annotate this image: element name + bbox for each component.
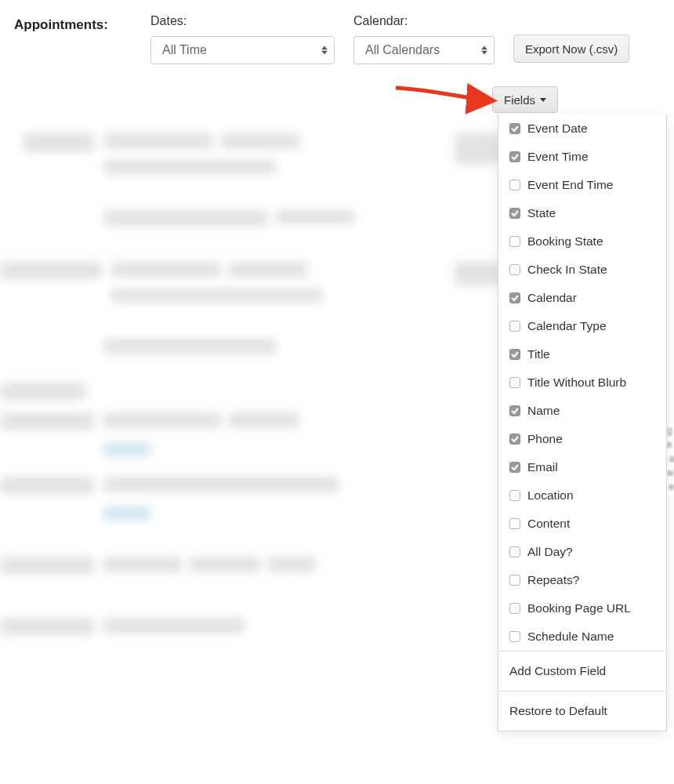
checkbox-icon: [509, 264, 520, 275]
field-option-label: Calendar Type: [527, 319, 607, 333]
field-option-label: Booking State: [527, 234, 603, 249]
caret-down-icon: [540, 98, 546, 102]
export-header: Appointments: Dates: All Time Calendar: …: [0, 0, 674, 64]
field-option[interactable]: State: [498, 199, 666, 227]
checkbox-icon: [509, 151, 520, 162]
checkbox-icon: [509, 490, 520, 501]
checkbox-icon: [509, 236, 520, 247]
checkbox-icon: [509, 462, 520, 473]
red-arrow-annotation: [392, 82, 498, 116]
calendar-control: Calendar: All Calendars: [353, 14, 495, 64]
field-option[interactable]: Event Date: [498, 114, 666, 143]
checkbox-icon: [509, 631, 520, 642]
dates-label: Dates:: [150, 14, 335, 28]
field-option-label: Calendar: [527, 291, 577, 305]
checkbox-icon: [509, 292, 520, 303]
export-control: Export Now (.csv): [513, 14, 629, 63]
field-option-label: Event Time: [527, 150, 589, 164]
calendar-select[interactable]: All Calendars: [353, 36, 495, 64]
field-option-label: Event End Time: [527, 178, 613, 192]
checkbox-icon: [509, 603, 520, 614]
export-button-label: Export Now (.csv): [525, 42, 618, 56]
updown-icon: [321, 46, 328, 55]
section-label: Appointments:: [14, 14, 132, 33]
field-option[interactable]: Booking State: [498, 227, 666, 256]
checkbox-icon: [509, 208, 520, 219]
field-option-label: Name: [527, 404, 560, 418]
checkbox-icon: [509, 434, 520, 445]
calendar-label: Calendar:: [353, 14, 495, 28]
checkbox-icon: [509, 377, 520, 388]
checkbox-icon: [509, 349, 520, 360]
field-option[interactable]: Event Time: [498, 143, 666, 171]
checkbox-icon: [509, 123, 520, 134]
fields-row: Fields: [0, 86, 674, 113]
field-option-label: Location: [527, 488, 574, 503]
field-option-label: Booking Page URL: [527, 601, 631, 615]
field-option[interactable]: Repeats?: [498, 566, 666, 594]
field-option-label: Phone: [527, 432, 563, 446]
field-option[interactable]: Check In State: [498, 256, 666, 284]
checkbox-icon: [509, 575, 520, 586]
field-option-label: Title Without Blurb: [527, 376, 626, 390]
dates-select-value: All Time: [162, 43, 207, 57]
field-option-label: State: [527, 206, 556, 220]
fields-button-label: Fields: [504, 93, 535, 107]
field-option-label: Title: [527, 347, 550, 361]
field-option[interactable]: Phone: [498, 425, 666, 453]
field-option[interactable]: Content: [498, 510, 666, 538]
dates-control: Dates: All Time: [150, 14, 335, 64]
export-now-button[interactable]: Export Now (.csv): [513, 34, 629, 63]
checkbox-icon: [509, 405, 520, 416]
field-option[interactable]: Calendar Type: [498, 312, 666, 340]
field-option[interactable]: All Day?: [498, 538, 666, 566]
dates-select[interactable]: All Time: [150, 36, 335, 64]
field-option[interactable]: Title Without Blurb: [498, 368, 666, 397]
field-option[interactable]: Location: [498, 481, 666, 510]
checkbox-icon: [509, 546, 520, 557]
field-option[interactable]: Email: [498, 453, 666, 481]
field-option-label: Event Date: [527, 122, 588, 136]
restore-default-action[interactable]: Restore to Default: [498, 691, 666, 731]
field-option-label: Schedule Name: [527, 630, 614, 644]
fields-button[interactable]: Fields: [492, 86, 558, 113]
calendar-select-value: All Calendars: [365, 43, 440, 57]
field-option-label: Email: [527, 460, 558, 474]
field-option-label: Content: [527, 517, 570, 531]
field-option[interactable]: Title: [498, 340, 666, 368]
field-option-label: All Day?: [527, 545, 573, 559]
field-option[interactable]: Calendar: [498, 284, 666, 312]
field-option[interactable]: Event End Time: [498, 171, 666, 199]
field-option[interactable]: Schedule Name: [498, 622, 666, 651]
redacted-content: [0, 133, 502, 784]
fields-dropdown: Event DateEvent TimeEvent End TimeStateB…: [498, 114, 667, 731]
field-option[interactable]: Booking Page URL: [498, 594, 666, 622]
checkbox-icon: [509, 518, 520, 529]
field-option-label: Check In State: [527, 263, 607, 277]
add-custom-field-action[interactable]: Add Custom Field: [498, 652, 666, 691]
field-option[interactable]: Name: [498, 397, 666, 425]
checkbox-icon: [509, 321, 520, 332]
updown-icon: [481, 46, 487, 55]
field-option-label: Repeats?: [527, 573, 579, 587]
checkbox-icon: [509, 180, 520, 191]
